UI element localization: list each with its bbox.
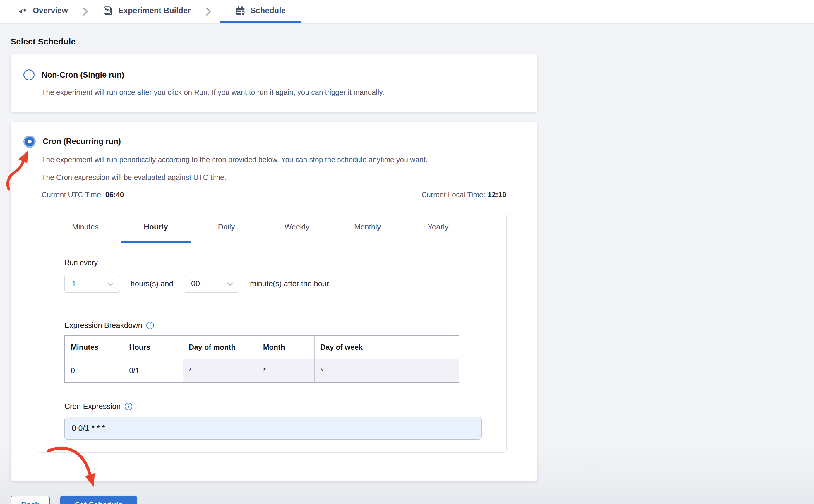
breadcrumb-item-experiment-builder[interactable]: Experiment Builder [97,0,197,23]
cron-option-card: Cron (Recurring run) The experiment will… [11,122,537,481]
run-every-label: Run every [64,258,481,267]
expression-breakdown-table: Minutes Hours Day of month Month Day of … [64,335,459,383]
minutes-select-value: 00 [191,279,200,288]
cron-scheduler-panel: Minutes Hourly Daily Weekly Monthly Year… [39,213,507,453]
tab-monthly[interactable]: Monthly [332,213,403,243]
current-utc-time: Current UTC Time:06:40 [42,191,124,199]
info-icon[interactable]: i [146,322,154,329]
cron-description-2: The Cron expression will be evaluated ag… [42,173,506,183]
local-time-value: 12:10 [488,191,506,199]
back-button[interactable]: Back [11,496,50,504]
set-schedule-button[interactable]: Set Schedule [60,496,137,504]
chevron-right-icon [74,0,97,23]
cron-title: Cron (Recurring run) [43,137,121,146]
non-cron-radio[interactable] [23,69,35,80]
cell-day-of-week: * [314,359,459,382]
page-title: Select Schedule [11,37,803,47]
utc-time-value: 06:40 [105,191,124,199]
hours-select-value: 1 [72,279,76,288]
cron-expression-input[interactable] [64,417,482,440]
table-header-row: Minutes Hours Day of month Month Day of … [65,335,459,359]
cron-expression-label: Cron Expression [64,402,121,411]
overview-icon [18,6,28,16]
minutes-select[interactable]: 00 [184,275,239,293]
tab-hourly[interactable]: Hourly [121,213,191,243]
col-header-day-of-week: Day of week [314,335,459,359]
tab-minutes[interactable]: Minutes [50,213,121,243]
expression-breakdown-label: Expression Breakdown [64,321,142,330]
breadcrumb-label: Experiment Builder [118,6,191,15]
col-header-hours: Hours [123,335,183,359]
section-divider [64,307,481,307]
cron-description-1: The experiment will run periodically acc… [42,155,506,165]
info-icon[interactable]: i [125,403,132,410]
experiment-builder-icon [102,5,114,16]
cron-option-header[interactable]: Cron (Recurring run) [23,136,506,148]
footer-actions: Back Set Schedule [11,496,803,504]
non-cron-description: The experiment will run once after you c… [42,88,525,97]
tab-daily[interactable]: Daily [191,213,262,243]
breadcrumb-label: Overview [33,6,68,15]
current-local-time: Current Local Time:12:10 [421,191,506,199]
col-header-minutes: Minutes [65,335,123,359]
cell-hours: 0/1 [123,359,183,382]
breadcrumb-item-schedule[interactable]: Schedule [220,0,301,23]
cell-month: * [257,359,314,382]
table-row: 0 0/1 * * * [65,359,459,382]
hours-select[interactable]: 1 [64,275,120,293]
cell-minutes: 0 [65,359,123,382]
breadcrumb: Overview Experiment Builder [0,0,814,23]
breadcrumb-item-overview[interactable]: Overview [12,0,74,23]
non-cron-option-header[interactable]: Non-Cron (Single run) [23,69,525,80]
non-cron-option-card: Non-Cron (Single run) The experiment wil… [11,54,537,112]
breadcrumb-label: Schedule [251,6,286,15]
col-header-month: Month [257,335,314,359]
chevron-right-icon [197,0,220,23]
cron-radio[interactable] [23,136,36,148]
chevron-down-icon [107,279,114,288]
current-time-row: Current UTC Time:06:40 Current Local Tim… [42,191,506,199]
chevron-down-icon [227,279,233,288]
tab-yearly[interactable]: Yearly [403,213,473,243]
cron-frequency-tabs: Minutes Hourly Daily Weekly Monthly Year… [50,213,506,243]
cell-day-of-month: * [183,359,257,382]
run-every-controls: 1 hours(s) and 00 minute(s) after the ho… [64,275,481,293]
tab-weekly[interactable]: Weekly [262,213,332,243]
calendar-icon [235,5,246,16]
non-cron-title: Non-Cron (Single run) [42,71,124,80]
hours-suffix-label: hours(s) and [131,279,173,288]
col-header-day-of-month: Day of month [183,335,257,359]
minutes-suffix-label: minute(s) after the hour [250,279,329,288]
